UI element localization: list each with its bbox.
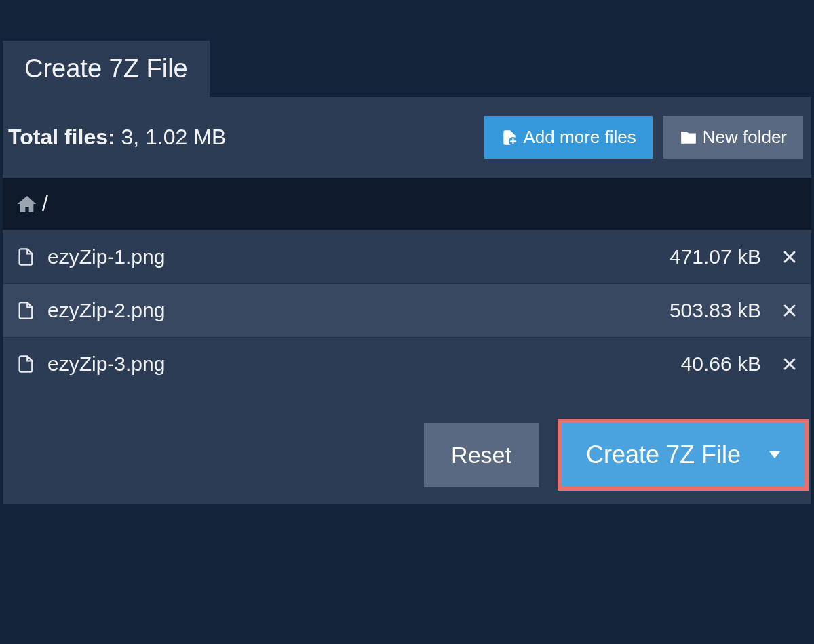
- content-panel: Total files: 3, 1.02 MB Add more files: [3, 97, 811, 504]
- create-label: Create 7Z File: [586, 441, 741, 469]
- chevron-down-icon: [769, 451, 780, 458]
- file-size: 471.07 kB: [670, 245, 761, 268]
- file-name: ezyZip-3.png: [47, 353, 669, 376]
- close-icon[interactable]: [781, 249, 798, 265]
- total-files-text: Total files: 3, 1.02 MB: [8, 125, 226, 150]
- file-icon: [16, 247, 35, 266]
- tab-create-7z[interactable]: Create 7Z File: [3, 41, 210, 97]
- breadcrumb[interactable]: /: [3, 178, 811, 230]
- add-more-files-button[interactable]: Add more files: [484, 116, 653, 159]
- file-name: ezyZip-2.png: [47, 299, 657, 322]
- total-files-value: 3, 1.02 MB: [115, 125, 227, 149]
- close-icon[interactable]: [781, 356, 798, 372]
- total-files-label: Total files:: [8, 125, 115, 149]
- breadcrumb-separator: /: [42, 191, 48, 216]
- file-icon: [16, 301, 35, 320]
- close-icon[interactable]: [781, 302, 798, 319]
- file-row[interactable]: ezyZip-3.png 40.66 kB: [3, 337, 811, 390]
- file-size: 40.66 kB: [681, 353, 761, 376]
- home-icon[interactable]: [16, 193, 38, 215]
- add-files-label: Add more files: [524, 127, 636, 148]
- file-row[interactable]: ezyZip-2.png 503.83 kB: [3, 283, 811, 337]
- new-folder-button[interactable]: New folder: [663, 116, 803, 159]
- new-folder-label: New folder: [703, 127, 787, 148]
- file-icon: [16, 355, 35, 374]
- reset-button[interactable]: Reset: [424, 423, 539, 487]
- reset-label: Reset: [451, 442, 511, 468]
- file-size: 503.83 kB: [670, 299, 761, 322]
- actions-bar: Reset Create 7Z File: [3, 390, 811, 504]
- create-button-highlight: Create 7Z File: [558, 419, 809, 491]
- file-name: ezyZip-1.png: [47, 245, 657, 268]
- create-7z-file-button[interactable]: Create 7Z File: [562, 423, 805, 487]
- tab-bar: Create 7Z File: [0, 0, 814, 97]
- toolbar: Total files: 3, 1.02 MB Add more files: [3, 97, 811, 178]
- file-row[interactable]: ezyZip-1.png 471.07 kB: [3, 230, 811, 283]
- folder-icon: [680, 129, 697, 146]
- tab-label: Create 7Z File: [24, 54, 188, 83]
- file-list: ezyZip-1.png 471.07 kB ezyZip-2.png 503.…: [3, 230, 811, 390]
- file-add-icon: [501, 129, 518, 146]
- toolbar-buttons: Add more files New folder: [484, 116, 803, 159]
